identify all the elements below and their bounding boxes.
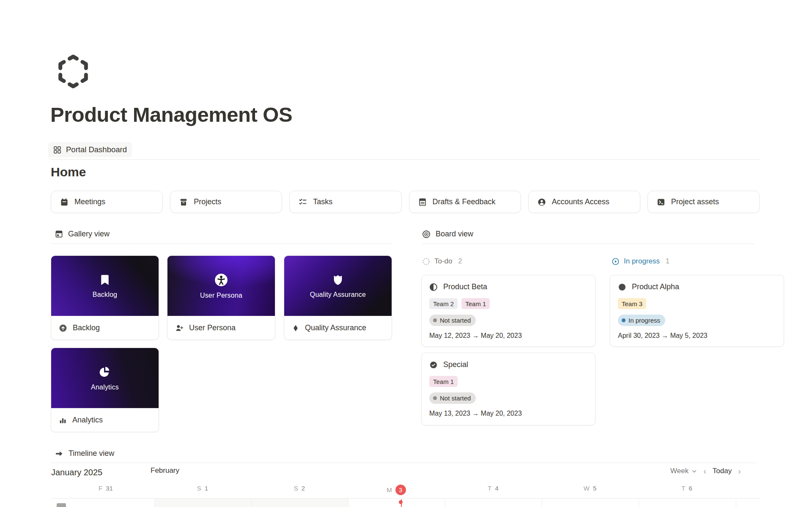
card-title: Product Beta [443,282,487,291]
status-badge: Not started [429,315,476,326]
card-dates: May 12, 2023 → May 20, 2023 [429,332,587,340]
projects-button[interactable]: Projects [170,191,282,213]
meetings-button[interactable]: Meetings [51,191,163,213]
board-divider [422,244,754,244]
card-dates: May 13, 2023 → May 20, 2023 [429,410,587,417]
day-m-3-today: M 3 [371,485,422,495]
gallery-card-title: Analytics [72,416,103,425]
day-t-6: T6 [661,485,712,492]
day-s-2: S2 [274,485,325,492]
status-dot [622,318,625,322]
column-name: In progress [624,257,660,266]
status-badge: Not started [429,392,476,404]
tab-gallery-view[interactable]: Gallery view [55,230,110,238]
gallery-card-cover: Analytics [51,348,159,408]
nav-button-label: Tasks [313,197,332,206]
section-header-label: Board view [436,230,473,238]
hexagon-logo-icon [56,54,91,89]
day-f-31: F31 [80,485,131,492]
status-dot [433,318,437,322]
board-view-icon [422,230,431,238]
cover-label: Backlog [93,291,117,299]
timeline-controls: Week ‹ Today › [670,467,741,475]
cover-label: User Persona [200,292,242,299]
section-header-label: Gallery view [68,230,110,238]
quick-links-row: Meetings Projects Tasks Drafts & Feedbac… [51,191,760,213]
tasks-button[interactable]: Tasks [289,191,401,213]
tag-team-1: Team 1 [461,298,490,309]
nav-button-label: Accounts Access [552,197,609,206]
gallery-card-analytics[interactable]: Analytics Analytics [51,348,159,432]
status-dot [433,396,437,400]
arrow-right-icon [55,449,63,458]
column-name: To-do [434,257,453,266]
gallery-view-icon [55,230,63,238]
person-circle-icon [538,198,546,206]
today-button[interactable]: Today [713,467,732,475]
badge-check-icon [429,361,438,369]
clipboard-icon [418,198,427,206]
drafts-feedback-button[interactable]: Drafts & Feedback [409,191,521,213]
board-column-in-progress[interactable]: In progress 1 [612,257,669,266]
home-heading: Home [51,165,86,179]
terminal-icon [657,198,665,206]
timeline-item-icon[interactable] [57,503,66,507]
gallery-card-title: Quality Assurance [305,323,366,332]
day-s-1: S1 [177,485,228,492]
status-badge: In progress [618,315,665,326]
card-dates: April 30, 2023 → May 5, 2023 [618,332,776,340]
card-title: Product Alpha [632,282,679,291]
arrow-up-circle-icon [59,324,67,332]
timeline-month-february: February [151,466,179,475]
header-divider [51,159,760,160]
filled-circle-icon [618,283,626,291]
day-t-4: T4 [468,485,518,492]
chevron-down-icon [691,469,697,474]
gallery-card-backlog[interactable]: Backlog Backlog [51,255,159,340]
tag-team-1: Team 1 [429,376,458,387]
gallery-divider [51,244,392,244]
section-header-label: Timeline view [69,449,114,458]
gallery-card-user-persona[interactable]: User Persona User Persona [167,255,275,340]
diamond-icon [292,324,299,332]
prev-button[interactable]: ‹ [703,467,706,475]
tab-portal-dashboard[interactable]: Portal Dashboard [48,142,132,157]
tab-timeline-view[interactable]: Timeline view [55,449,114,458]
timeline-day-row: F31 S1 S2 M 3 T4 W5 T6 [51,485,760,496]
tag-team-2: Team 2 [429,298,458,309]
page-title: Product Management OS [50,103,292,126]
nav-button-label: Project assets [671,197,719,206]
play-circle-icon [612,258,620,266]
bar-chart-icon [59,416,67,424]
pie-chart-icon [98,365,112,379]
cover-label: Analytics [91,384,119,391]
gallery-card-cover: User Persona [167,256,275,316]
accounts-access-button[interactable]: Accounts Access [528,191,640,213]
timeline-divider [51,463,756,463]
half-circle-icon [429,283,438,291]
tab-board-view[interactable]: Board view [422,230,473,238]
accessibility-icon [214,273,228,287]
range-dropdown[interactable]: Week [670,467,697,475]
board-column-todo[interactable]: To-do 2 [422,257,462,266]
cover-label: Quality Assurance [310,291,366,299]
nav-button-label: Meetings [74,197,105,206]
bookmark-icon [99,274,111,286]
checklist-icon [299,198,307,206]
column-count: 1 [666,258,669,265]
next-button[interactable]: › [738,467,741,475]
board-card-special[interactable]: Special Team 1 Not started May 13, 2023 … [421,353,595,425]
person-add-icon [175,324,184,332]
gallery-card-title: User Persona [189,323,236,332]
nav-button-label: Drafts & Feedback [433,197,496,206]
workspace-logo [56,54,91,90]
board-card-product-beta[interactable]: Product Beta Team 2 Team 1 Not started M… [421,275,595,347]
archive-box-icon [179,198,188,206]
gallery-card-quality-assurance[interactable]: Quality Assurance Quality Assurance [284,255,392,340]
gallery-card-cover: Backlog [51,256,159,316]
board-card-product-alpha[interactable]: Product Alpha Team 3 In progress April 3… [610,275,784,347]
day-w-5: W5 [565,485,615,492]
today-marker: 3 [395,485,406,495]
project-assets-button[interactable]: Project assets [647,191,760,213]
dashed-circle-icon [422,258,430,266]
